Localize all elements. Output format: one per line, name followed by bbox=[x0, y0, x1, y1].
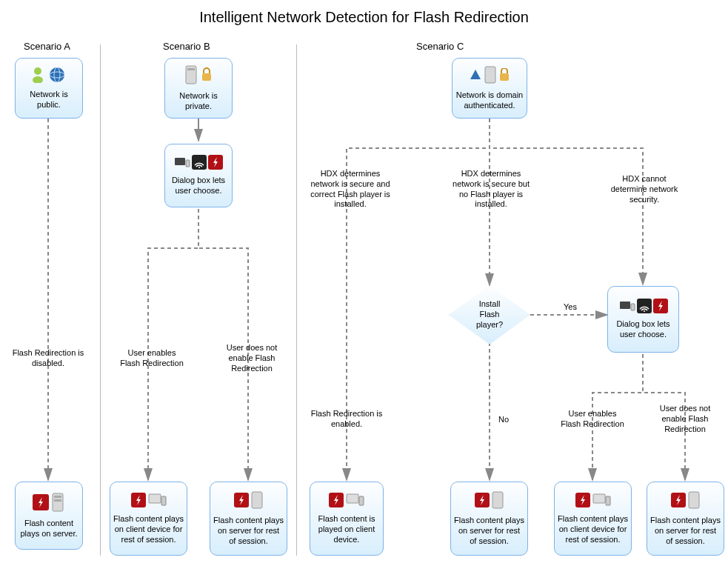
svg-point-32 bbox=[644, 310, 645, 312]
server-icon bbox=[50, 492, 65, 516]
svg-rect-15 bbox=[202, 73, 211, 81]
node-a-start: Network is public. bbox=[15, 58, 83, 119]
edge-a-mid: Flash Redirection is disabled. bbox=[11, 348, 85, 369]
svg-rect-28 bbox=[500, 73, 509, 81]
node-a-start-text: Network is public. bbox=[19, 90, 79, 110]
node-c-start: Network is domain authenticated. bbox=[452, 58, 527, 119]
server-icon bbox=[484, 65, 497, 87]
scenario-b-label: Scenario B bbox=[163, 41, 210, 52]
separator-ab bbox=[100, 44, 101, 556]
node-a-end-text: Flash content plays on server. bbox=[19, 519, 79, 539]
svg-rect-16 bbox=[175, 158, 185, 165]
svg-rect-11 bbox=[54, 496, 61, 498]
svg-rect-35 bbox=[347, 494, 358, 503]
node-c-end-3: Flash content plays on client device for… bbox=[554, 482, 632, 556]
svg-rect-27 bbox=[485, 67, 495, 83]
lock-icon bbox=[200, 67, 213, 85]
edge-c-branch3: HDX cannot determine network security. bbox=[604, 174, 685, 204]
svg-rect-41 bbox=[606, 496, 610, 505]
device-icon bbox=[592, 492, 611, 511]
svg-point-19 bbox=[198, 167, 200, 168]
svg-rect-36 bbox=[359, 496, 364, 505]
device-icon bbox=[619, 299, 635, 316]
node-c-decision-text: Install Flash player? bbox=[470, 299, 510, 330]
svg-marker-26 bbox=[470, 70, 481, 79]
separator-bc bbox=[296, 44, 297, 556]
svg-rect-29 bbox=[620, 302, 630, 309]
flash-icon bbox=[131, 493, 146, 510]
svg-rect-23 bbox=[161, 496, 166, 505]
user-icon bbox=[32, 67, 47, 86]
flash-icon bbox=[575, 493, 590, 510]
flash-icon bbox=[234, 493, 249, 510]
svg-point-4 bbox=[34, 67, 41, 75]
edge-c-right: User does not enable Flash Redirection bbox=[652, 404, 718, 434]
node-b-end-left: Flash content plays on client device for… bbox=[110, 482, 187, 556]
svg-rect-30 bbox=[631, 304, 635, 310]
edge-b-left: User enables Flash Redirection bbox=[118, 348, 185, 369]
node-c-dialog-text: Dialog box lets user choose. bbox=[611, 319, 675, 340]
svg-rect-38 bbox=[492, 492, 503, 508]
svg-rect-40 bbox=[593, 494, 605, 503]
diagram-title: Intelligent Network Detection for Flash … bbox=[0, 0, 728, 26]
node-c-decision: Install Flash player? bbox=[449, 285, 530, 344]
svg-rect-43 bbox=[689, 492, 699, 508]
node-c-end-4-text: Flash content plays on server for rest o… bbox=[650, 516, 721, 546]
flash-icon bbox=[33, 494, 49, 513]
edge-c-branch2: HDX determines network is secure but no … bbox=[450, 169, 532, 210]
node-b-dialog-text: Dialog box lets user choose. bbox=[168, 176, 229, 196]
lock-icon bbox=[498, 68, 510, 84]
svg-rect-12 bbox=[54, 499, 61, 502]
scenario-a-label: Scenario A bbox=[24, 41, 70, 52]
triangle-icon bbox=[469, 68, 482, 84]
wifi-icon bbox=[192, 155, 207, 173]
server-icon bbox=[687, 490, 701, 513]
svg-rect-14 bbox=[187, 68, 195, 70]
node-c-dialog: Dialog box lets user choose. bbox=[607, 286, 679, 353]
edge-c-no: No bbox=[492, 415, 515, 425]
node-c-end-1-text: Flash content is played on client device… bbox=[313, 514, 380, 545]
server-icon bbox=[491, 490, 504, 513]
edge-c-left: User enables Flash Redirection bbox=[559, 409, 626, 430]
flash-icon bbox=[329, 493, 344, 510]
node-b-end-left-text: Flash content plays on client device for… bbox=[113, 514, 184, 545]
device-icon bbox=[345, 492, 364, 511]
edge-c-yes: Yes bbox=[559, 302, 581, 313]
flash-icon bbox=[671, 493, 686, 510]
device-icon bbox=[147, 492, 167, 511]
node-b-dialog: Dialog box lets user choose. bbox=[164, 144, 233, 207]
edge-c-mid1: Flash Redirection is enabled. bbox=[310, 409, 384, 430]
node-c-end-4: Flash content plays on server for rest o… bbox=[647, 482, 724, 556]
globe-icon bbox=[48, 66, 66, 87]
device-icon bbox=[174, 156, 190, 172]
svg-rect-22 bbox=[149, 494, 161, 503]
node-b-start-text: Network is private. bbox=[168, 91, 229, 112]
server-icon bbox=[250, 490, 264, 513]
edge-b-right: User does not enable Flash Redirection bbox=[218, 343, 285, 373]
node-c-end-2-text: Flash content plays on server for rest o… bbox=[454, 516, 524, 546]
node-b-end-right-text: Flash content plays on server for rest o… bbox=[213, 516, 284, 546]
node-b-end-right: Flash content plays on server for rest o… bbox=[210, 482, 287, 556]
node-a-end: Flash content plays on server. bbox=[15, 482, 83, 550]
edge-c-branch1: HDX determines network is secure and cor… bbox=[310, 169, 391, 210]
flash-icon bbox=[208, 155, 223, 173]
node-c-end-2: Flash content plays on server for rest o… bbox=[450, 482, 528, 556]
svg-rect-25 bbox=[252, 492, 262, 508]
flash-icon bbox=[653, 299, 668, 316]
svg-point-5 bbox=[33, 76, 43, 83]
svg-point-6 bbox=[50, 67, 64, 82]
server-icon bbox=[184, 64, 198, 88]
svg-rect-17 bbox=[186, 160, 190, 167]
flash-icon bbox=[475, 493, 490, 510]
node-c-end-1: Flash content is played on client device… bbox=[310, 482, 384, 556]
node-c-end-3-text: Flash content plays on client device for… bbox=[558, 514, 628, 545]
node-c-start-text: Network is domain authenticated. bbox=[455, 90, 524, 111]
node-b-start: Network is private. bbox=[164, 58, 233, 119]
wifi-icon bbox=[637, 299, 652, 316]
scenario-c-label: Scenario C bbox=[416, 41, 464, 52]
